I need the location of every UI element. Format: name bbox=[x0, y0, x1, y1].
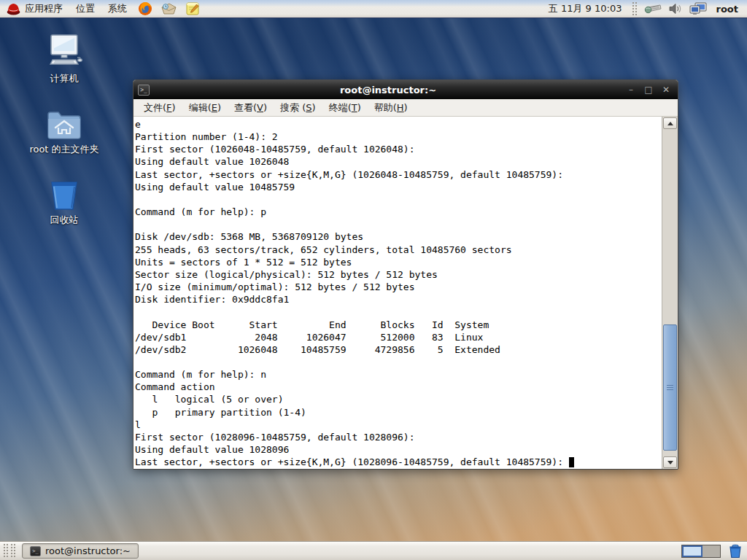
menu-help-label: 帮助( bbox=[374, 102, 397, 113]
terminal-icon-glyph: >_ bbox=[32, 548, 38, 554]
volume-tray[interactable] bbox=[665, 0, 686, 18]
menu-search-accesskey: S bbox=[306, 102, 311, 113]
menu-edit-label: 编辑( bbox=[189, 102, 212, 113]
terminal-cursor bbox=[569, 457, 574, 467]
menu-edit-label-end: ) bbox=[217, 102, 221, 113]
terminal-icon-glyph: >_ bbox=[140, 87, 147, 93]
applications-menu-label: 应用程序 bbox=[25, 2, 63, 15]
terminal-output-text: e Partition number (1-4): 2 First sector… bbox=[135, 119, 569, 467]
workspace-2[interactable] bbox=[703, 545, 720, 557]
terminal-scrollbar[interactable] bbox=[662, 117, 678, 469]
applications-menu[interactable]: 应用程序 bbox=[0, 0, 69, 18]
desktop: { "icons": { "terminal_glyph": ">_", "wi… bbox=[0, 0, 747, 560]
menu-help-label-end: ) bbox=[404, 102, 408, 113]
clock-applet[interactable]: 五 11月 9 10:03 bbox=[541, 2, 630, 15]
desktop-icon-label: 计算机 bbox=[13, 72, 115, 85]
keyboard-icon bbox=[644, 3, 662, 15]
menu-file-label: 文件( bbox=[144, 102, 166, 113]
scroll-up-button[interactable] bbox=[663, 117, 677, 129]
places-menu-label: 位置 bbox=[76, 2, 95, 15]
scrollbar-grip-icon bbox=[667, 385, 673, 391]
computer-icon bbox=[13, 32, 115, 70]
panel-grip-handle[interactable] bbox=[632, 1, 638, 17]
terminal-content-area[interactable]: e Partition number (1-4): 2 First sector… bbox=[133, 117, 678, 469]
menu-search-label: 搜索 ( bbox=[280, 102, 306, 113]
workspace-switcher bbox=[681, 545, 721, 558]
menu-file-accesskey: F bbox=[166, 102, 171, 113]
firefox-launcher[interactable] bbox=[133, 0, 157, 18]
terminal-window: >_ root@instructor:~ – □ ✕ 文件(F) 编辑(E) 查… bbox=[133, 79, 678, 470]
taskbar-grip-handle-2[interactable] bbox=[10, 543, 17, 559]
window-title: root@instructor:~ bbox=[150, 85, 627, 96]
maximize-button[interactable]: □ bbox=[644, 85, 653, 94]
terminal-icon: >_ bbox=[138, 85, 150, 96]
task-label: root@instructor:~ bbox=[45, 545, 131, 556]
scrollbar-thumb[interactable] bbox=[663, 324, 677, 451]
menu-view-label-end: ) bbox=[263, 102, 267, 113]
desktop-icon-column: 计算机 root 的主文件夹 回收站 bbox=[13, 32, 115, 244]
taskbar-grip-handle[interactable] bbox=[3, 543, 9, 559]
desktop-icon-trash[interactable]: 回收站 bbox=[13, 174, 115, 227]
menu-view[interactable]: 查看(V) bbox=[228, 99, 274, 117]
terminal-window-titlebar[interactable]: >_ root@instructor:~ – □ ✕ bbox=[133, 80, 678, 99]
desktop-icon-label: root 的主文件夹 bbox=[13, 143, 115, 156]
taskbar-task-terminal[interactable]: >_ root@instructor:~ bbox=[22, 543, 139, 559]
workspace-1[interactable] bbox=[682, 545, 703, 557]
desktop-icon-label: 回收站 bbox=[13, 214, 115, 227]
terminal-icon: >_ bbox=[30, 546, 41, 556]
user-switcher[interactable]: root bbox=[711, 4, 747, 15]
email-launcher[interactable] bbox=[157, 0, 181, 18]
redhat-logo-icon bbox=[7, 3, 20, 15]
desktop-icon-computer[interactable]: 计算机 bbox=[13, 32, 115, 85]
system-menu-label: 系统 bbox=[108, 2, 127, 15]
menu-terminal[interactable]: 终端(T) bbox=[322, 99, 368, 117]
home-folder-icon bbox=[13, 103, 115, 141]
dual-monitor-icon bbox=[689, 2, 707, 15]
menu-help-accesskey: H bbox=[397, 102, 404, 113]
arrow-up-icon bbox=[667, 122, 673, 125]
close-button[interactable]: ✕ bbox=[662, 85, 670, 94]
desktop-icon-home-folder[interactable]: root 的主文件夹 bbox=[13, 103, 115, 156]
menu-view-label: 查看( bbox=[234, 102, 257, 113]
menu-file-label-end: ) bbox=[172, 102, 176, 113]
places-menu[interactable]: 位置 bbox=[69, 0, 101, 18]
menu-search-label-end: ) bbox=[312, 102, 316, 113]
trash-icon bbox=[13, 174, 115, 211]
menu-terminal-accesskey: T bbox=[352, 102, 357, 113]
firefox-icon bbox=[138, 1, 152, 16]
menu-help[interactable]: 帮助(H) bbox=[368, 99, 414, 117]
trash-icon bbox=[728, 544, 743, 559]
gedit-launcher[interactable] bbox=[181, 0, 204, 18]
menu-edit[interactable]: 编辑(E) bbox=[182, 99, 228, 117]
input-method-tray[interactable] bbox=[640, 0, 665, 18]
trash-applet[interactable] bbox=[728, 544, 743, 560]
minimize-button[interactable]: – bbox=[627, 85, 635, 94]
arrow-down-icon bbox=[667, 461, 673, 464]
menu-search[interactable]: 搜索 (S) bbox=[274, 99, 322, 117]
speaker-icon bbox=[669, 3, 682, 15]
gedit-icon bbox=[185, 1, 200, 16]
menu-file[interactable]: 文件(F) bbox=[137, 99, 182, 117]
display-tray[interactable] bbox=[686, 0, 711, 18]
menu-terminal-label-end: ) bbox=[357, 102, 361, 113]
menu-edit-accesskey: E bbox=[212, 102, 217, 113]
menu-terminal-label: 终端( bbox=[329, 102, 352, 113]
terminal-menubar: 文件(F) 编辑(E) 查看(V) 搜索 (S) 终端(T) 帮助(H) bbox=[133, 99, 678, 117]
scroll-down-button[interactable] bbox=[663, 456, 677, 468]
system-menu[interactable]: 系统 bbox=[101, 0, 133, 18]
window-controls: – □ ✕ bbox=[627, 85, 673, 94]
bottom-taskbar: >_ root@instructor:~ bbox=[0, 541, 747, 560]
terminal-output[interactable]: e Partition number (1-4): 2 First sector… bbox=[135, 118, 660, 469]
top-panel: 应用程序 位置 系统 五 11月 9 10:03 bbox=[0, 0, 747, 18]
menu-view-accesskey: V bbox=[257, 102, 263, 113]
evolution-mail-icon bbox=[161, 2, 177, 15]
